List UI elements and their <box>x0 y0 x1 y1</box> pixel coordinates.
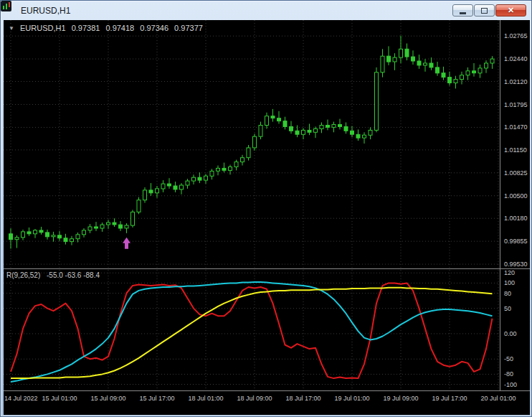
oscillator-line-slow <box>11 288 493 378</box>
candle-body <box>387 56 391 62</box>
candle-body <box>283 121 287 127</box>
candle-body <box>234 162 238 167</box>
candle-body <box>247 148 250 158</box>
chart-window: EURUSD,H1 ✕ 1.027651.024401.021201.01795… <box>0 0 532 417</box>
candle-body <box>222 168 226 170</box>
grid <box>4 20 500 390</box>
candle-body <box>472 71 476 73</box>
candle-body <box>107 222 110 225</box>
candle-body <box>399 49 403 57</box>
open-value: 0.97381 <box>72 24 100 32</box>
candle-body <box>64 238 67 242</box>
candle-body <box>302 130 305 134</box>
oscillator-line-fast <box>11 283 493 378</box>
candle-body <box>22 232 25 238</box>
candle-body <box>137 200 141 212</box>
oscillator-lines <box>11 282 493 382</box>
candle-body <box>143 190 147 200</box>
symbol-marker-icon[interactable]: ▼ <box>9 25 14 32</box>
candle-body <box>149 190 153 193</box>
pane-separators <box>4 20 530 391</box>
indicator-name: R(9,26,52) <box>6 271 40 279</box>
close-icon: ✕ <box>508 6 514 14</box>
minimize-icon <box>460 12 466 14</box>
candle-body <box>393 57 396 62</box>
candle-body <box>180 185 184 189</box>
candle-body <box>369 130 372 135</box>
candle-body <box>356 134 360 138</box>
candle-body <box>39 230 43 233</box>
pane-resize-handle[interactable] <box>4 267 530 271</box>
chart-client-area: 1.027651.024401.021201.017951.014701.011… <box>4 20 530 415</box>
candle-body <box>271 116 275 118</box>
candle-body <box>204 176 208 180</box>
candle-body <box>210 171 214 176</box>
candle-body <box>344 126 348 131</box>
candle-body <box>466 71 470 75</box>
candle-body <box>363 135 366 138</box>
candle-body <box>265 116 269 126</box>
candle-body <box>405 49 409 57</box>
window-title: EURUSD,H1 <box>21 6 70 16</box>
candle-body <box>27 232 31 234</box>
candle-body <box>320 126 323 129</box>
candle-body <box>429 63 433 67</box>
candle-body <box>412 57 415 61</box>
candle-body <box>192 177 196 181</box>
candle-body <box>229 167 232 171</box>
candle-body <box>448 78 452 83</box>
buy-arrow-icon <box>123 238 130 249</box>
candle-body <box>95 227 98 228</box>
candle-body <box>70 239 74 242</box>
window-controls: ✕ <box>452 4 526 17</box>
candle-body <box>119 225 123 228</box>
candle-body <box>82 230 86 235</box>
candle-body <box>161 184 165 189</box>
candle-body <box>490 59 494 63</box>
candle-body <box>290 126 293 131</box>
candle-body <box>9 234 13 240</box>
candle-body <box>308 130 311 132</box>
close-button[interactable]: ✕ <box>495 4 526 17</box>
time-scale[interactable] <box>4 391 530 415</box>
candle-body <box>58 235 62 238</box>
indicator-label: R(9,26,52) -55.0 -63.6 -88.4 <box>6 271 104 279</box>
close-value: 0.97377 <box>174 24 203 32</box>
maximize-icon <box>481 8 488 14</box>
candles <box>9 36 495 249</box>
candle-body <box>277 118 281 121</box>
candle-body <box>295 131 299 134</box>
candle-body <box>478 68 482 73</box>
symbol-label: EURUSD,H1 <box>20 24 66 32</box>
candle-body <box>381 56 384 72</box>
candle-body <box>253 136 257 148</box>
candle-body <box>314 128 318 132</box>
indicator-values: -55.0 -63.6 -88.4 <box>47 271 100 279</box>
candle-body <box>52 235 55 237</box>
title-bar[interactable]: EURUSD,H1 <box>1 1 531 20</box>
maximize-button[interactable] <box>474 4 495 17</box>
candle-body <box>168 184 171 186</box>
candle-body <box>100 225 104 228</box>
candle-body <box>424 63 427 65</box>
price-scale[interactable] <box>500 20 530 390</box>
oscillator-line-medium <box>11 282 493 382</box>
candle-body <box>217 168 220 171</box>
candle-body <box>131 212 135 225</box>
candle-body <box>326 126 330 128</box>
candle-body <box>442 73 445 78</box>
candle-body <box>332 125 336 128</box>
candle-body <box>338 125 342 127</box>
candle-body <box>76 235 80 239</box>
candle-body <box>485 63 488 68</box>
candle-body <box>113 222 116 225</box>
candle-body <box>460 75 464 80</box>
candle-body <box>375 72 379 131</box>
chart-canvas[interactable]: 1.027651.024401.021201.017951.014701.011… <box>4 20 530 415</box>
candle-body <box>46 233 49 237</box>
minimize-button[interactable] <box>452 4 473 17</box>
candle-body <box>259 126 262 137</box>
candle-body <box>186 181 189 185</box>
app-icon <box>6 5 16 16</box>
candle-body <box>156 189 159 193</box>
